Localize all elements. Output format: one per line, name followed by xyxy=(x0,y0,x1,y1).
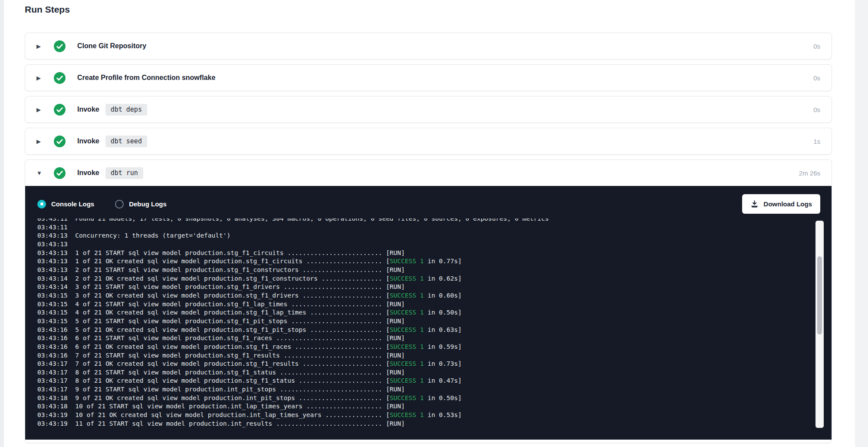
step-header[interactable]: ▶ Clone Git Repository 0s xyxy=(25,33,832,59)
success-check-icon xyxy=(54,136,66,147)
log-scroll-area[interactable]: 03:43:11 Found 21 models, 17 tests, 0 sn… xyxy=(25,219,832,440)
success-check-icon xyxy=(54,40,66,52)
log-line: 03:43:18 10 of 21 START sql view model p… xyxy=(37,402,832,411)
log-line: 03:43:13 Concurrency: 1 threads (target=… xyxy=(37,232,832,240)
log-line: 03:43:14 3 of 21 START sql view model pr… xyxy=(37,283,832,291)
log-scrollbar-track[interactable] xyxy=(815,221,824,428)
step-header[interactable]: ▼ Invoke dbt run 2m 26s xyxy=(25,160,832,186)
log-line: 03:43:16 5 of 21 OK created sql view mod… xyxy=(37,326,832,334)
step-label: Invoke xyxy=(77,137,99,145)
step-duration: 1s xyxy=(813,138,820,145)
log-line: 03:43:17 9 of 21 START sql view model pr… xyxy=(37,385,832,394)
step-label: Invoke xyxy=(77,106,99,113)
radio-unselected-icon[interactable] xyxy=(115,200,124,209)
step-label: Invoke xyxy=(77,169,99,177)
caret-icon[interactable]: ▼ xyxy=(36,170,44,176)
log-line: 03:43:18 9 of 21 OK created sql view mod… xyxy=(37,394,832,403)
caret-icon[interactable]: ▶ xyxy=(36,43,44,50)
step-card-1: ▶ Clone Git Repository 0s xyxy=(25,33,832,60)
run-steps-list: ▶ Clone Git Repository 0s ▶ Create Profi… xyxy=(25,33,832,447)
download-logs-button[interactable]: Download Logs xyxy=(742,194,820,214)
log-scrollbar-thumb[interactable] xyxy=(817,256,822,334)
step-card-4: ▶ Invoke dbt seed 1s xyxy=(25,128,832,155)
log-line: 03:43:13 xyxy=(37,240,832,249)
success-check-icon xyxy=(54,167,66,179)
log-line: 03:43:15 3 of 21 OK created sql view mod… xyxy=(37,291,832,300)
caret-icon[interactable]: ▶ xyxy=(36,106,44,113)
success-check-icon xyxy=(54,104,66,116)
step-header[interactable]: ▶ Invoke dbt deps 0s xyxy=(25,96,832,123)
step-card-5: ▼ Invoke dbt run 2m 26s Console Logs Deb… xyxy=(25,159,832,443)
log-line: 03:43:17 8 of 21 OK created sql view mod… xyxy=(37,377,832,385)
caret-icon[interactable]: ▶ xyxy=(36,138,44,145)
step-duration: 2m 26s xyxy=(799,169,820,177)
log-line: 03:43:14 2 of 21 OK created sql view mod… xyxy=(37,275,832,283)
step-command-badge: dbt deps xyxy=(105,104,147,116)
step-duration: 0s xyxy=(813,106,820,113)
step-duration: 0s xyxy=(813,74,820,82)
download-icon xyxy=(750,200,759,208)
log-line: 03:43:19 10 of 21 OK created sql view mo… xyxy=(37,411,832,420)
log-line: 03:43:19 11 of 21 START sql view model p… xyxy=(37,420,832,428)
debug-logs-radio[interactable]: Debug Logs xyxy=(115,200,167,209)
log-panel-controls: Console Logs Debug Logs Download Logs xyxy=(25,186,832,219)
log-line: 03:43:17 7 of 21 OK created sql view mod… xyxy=(37,360,832,368)
right-page-gutter xyxy=(855,0,868,447)
log-line: 03:43:16 6 of 21 OK created sql view mod… xyxy=(37,343,832,351)
log-line: 03:43:11 xyxy=(37,223,832,232)
step-label: Create Profile from Connection snowflake xyxy=(77,74,215,82)
step-header[interactable]: ▶ Create Profile from Connection snowfla… xyxy=(25,65,832,91)
caret-icon[interactable]: ▶ xyxy=(36,75,44,81)
log-line: 03:43:15 4 of 21 OK created sql view mod… xyxy=(37,308,832,317)
step-label: Clone Git Repository xyxy=(77,42,146,50)
page-title: Run Steps xyxy=(25,4,70,15)
log-line: 03:43:11 Found 21 models, 17 tests, 0 sn… xyxy=(37,219,832,223)
console-logs-label: Console Logs xyxy=(51,200,94,208)
step-command-badge: dbt run xyxy=(105,167,143,179)
log-line: 03:43:16 7 of 21 START sql view model pr… xyxy=(37,351,832,360)
left-page-gutter xyxy=(0,0,4,447)
log-line: 03:43:15 5 of 21 START sql view model pr… xyxy=(37,317,832,326)
debug-logs-label: Debug Logs xyxy=(129,200,167,208)
log-line: 03:43:13 1 of 21 OK created sql view mod… xyxy=(37,257,832,266)
step-duration: 0s xyxy=(813,43,820,50)
log-line: 03:43:13 1 of 21 START sql view model pr… xyxy=(37,249,832,258)
console-log-panel: Console Logs Debug Logs Download Logs 03… xyxy=(25,186,832,440)
log-content: 03:43:11 Found 21 models, 17 tests, 0 sn… xyxy=(37,219,832,428)
console-logs-radio[interactable]: Console Logs xyxy=(37,200,94,209)
log-line: 03:43:15 4 of 21 START sql view model pr… xyxy=(37,300,832,309)
radio-selected-icon[interactable] xyxy=(37,200,46,209)
log-line: 03:43:16 6 of 21 START sql view model pr… xyxy=(37,334,832,343)
log-line: 03:43:13 2 of 21 START sql view model pr… xyxy=(37,266,832,275)
log-line: 03:43:17 8 of 21 START sql view model pr… xyxy=(37,368,832,377)
download-logs-label: Download Logs xyxy=(763,200,812,208)
step-header[interactable]: ▶ Invoke dbt seed 1s xyxy=(25,128,832,154)
step-card-3: ▶ Invoke dbt deps 0s xyxy=(25,96,832,123)
step-card-2: ▶ Create Profile from Connection snowfla… xyxy=(25,64,832,91)
step-command-badge: dbt seed xyxy=(105,136,147,147)
success-check-icon xyxy=(54,72,66,84)
